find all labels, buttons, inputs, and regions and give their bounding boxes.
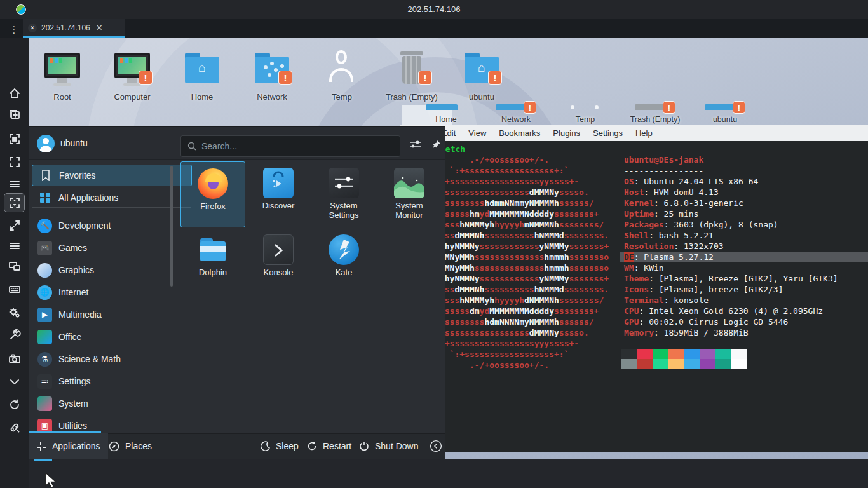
all-apps-icon [37,191,52,205]
search-input[interactable]: Search... [180,135,400,157]
development-icon: 🔨 [37,219,52,233]
menu-plugins[interactable]: Plugins [546,128,587,138]
shutdown-button[interactable]: Shut Down [358,433,418,459]
app-kate[interactable]: Kate [311,228,376,294]
category-graphics[interactable]: Graphics [32,259,192,281]
pin-icon[interactable] [429,137,443,151]
toolbar-separator [3,121,26,121]
neofetch-info-line: CPU: Intel Xeon Gold 6230 (4) @ 2.095GHz [624,306,838,316]
desktop-icon-ubuntu[interactable]: ⌂!ubuntu [451,48,512,102]
connection-tab-icon: ✕ [28,24,37,32]
trash-glyph [400,51,423,55]
desktop-icon-home[interactable]: ⌂Home [172,48,233,102]
fit-window-icon[interactable] [4,130,25,149]
palette-swatch [621,349,637,359]
app-label: Konsole [246,268,311,277]
category-divider [32,207,191,208]
category-all-applications[interactable]: All Applications [32,187,192,208]
neofetch-info: ubuntu@DEs-janak----------------OS: Ubun… [624,154,838,338]
desktop-icon-label: Temp [576,115,595,124]
launcher-header: ubuntu Search... [29,127,445,160]
app-system-monitor[interactable]: SystemMonitor [377,161,442,227]
menu-view[interactable]: View [462,128,492,138]
category-label: Multimedia [58,309,102,320]
user-avatar[interactable] [37,135,55,152]
terminal-color-palette [621,349,747,369]
launcher-active-indicator [34,459,52,461]
fullscreen-icon[interactable] [4,152,25,172]
palette-swatch [715,349,731,359]
app-label: Discover [246,201,311,210]
applications-grid-icon [37,442,46,451]
connection-tab[interactable]: ✕ 202.51.74.106 ✕ [23,19,125,36]
desktop-icon-label: Root [32,92,93,102]
app-discover[interactable]: Discover [246,161,311,227]
warning-badge: ! [524,101,536,114]
category-favorites[interactable]: Favorites [32,165,192,186]
category-system[interactable]: System [32,393,192,414]
sleep-button[interactable]: zSleep [259,433,299,459]
refresh-icon[interactable] [4,395,25,414]
kebab-menu-icon[interactable]: ⋮ [6,23,22,37]
category-label: Development [58,220,111,231]
category-office[interactable]: Office [32,326,192,348]
app-dolphin[interactable]: Dolphin [180,228,245,294]
chevron-down-icon[interactable] [4,372,25,391]
warning-badge: ! [139,71,153,85]
screenshot-icon[interactable] [4,349,25,369]
toolbar-separator [3,252,26,252]
menu-help[interactable]: Help [629,128,659,138]
multi-monitor-icon[interactable] [4,257,25,276]
app-system-settings[interactable]: SystemSettings [311,161,376,227]
new-connection-icon[interactable] [4,105,25,125]
restart-button[interactable]: Restart [306,433,351,459]
disconnect-icon[interactable] [4,418,25,437]
scaled-mode-icon[interactable] [4,193,25,212]
desktop-icon-label: Trash (Empty) [381,92,442,102]
lines-menu-2-icon[interactable] [4,236,25,255]
konsole-window[interactable]: FileEditViewBookmarksPluginsSettingsHelp… [400,125,868,452]
active-tab-indicator [23,36,125,38]
games-icon: 🎮 [37,241,52,255]
resize-window-icon[interactable] [4,216,25,235]
toolbar-separator [3,342,26,342]
app-konsole[interactable]: Konsole [246,228,311,294]
desktop-icon-label: Temp [311,92,372,102]
category-label: Games [58,243,87,253]
leave-chevron-button[interactable] [430,440,442,455]
footer-tab-places[interactable]: Places [101,433,159,459]
home-icon[interactable] [4,84,25,103]
app-label: SystemSettings [311,201,376,220]
palette-swatch [637,349,653,359]
terminal-area[interactable]: ubuntu@DEs-janak:~$ neofetch .-/+oosssso… [400,141,868,452]
category-multimedia[interactable]: ▶Multimedia [32,304,192,325]
category-science-math[interactable]: ⚗Science & Math [32,348,192,370]
category-settings[interactable]: ≕Settings [32,370,192,392]
category-scrollbar[interactable] [170,166,173,287]
desktop-icon-root[interactable]: Root [32,48,93,102]
neofetch-info-line: WM: KWin [624,262,838,273]
search-placeholder: Search... [201,141,237,151]
desktop-icon-trash-empty-[interactable]: !Trash (Empty) [381,48,442,102]
category-games[interactable]: 🎮Games [32,237,192,259]
neofetch-info-line: Shell: bash 5.2.21 [624,230,838,241]
category-label: Favorites [59,170,96,180]
tab-close-icon[interactable]: ✕ [96,23,103,32]
keyboard-icon[interactable] [4,280,25,299]
menu-settings[interactable]: Settings [587,128,629,138]
footer-tab-applications[interactable]: Applications [29,433,108,459]
sleep-icon: z [259,440,271,452]
svg-text:z: z [266,442,268,445]
neofetch-info-line: Host: HVM domU 4.13 [624,187,838,198]
lines-menu-icon[interactable] [4,175,25,194]
category-internet[interactable]: 🌐Internet [32,281,192,303]
app-firefox[interactable]: Firefox [180,161,245,227]
category-development[interactable]: 🔨Development [32,215,192,236]
desktop-icon-network[interactable]: !Network [241,48,302,102]
configure-icon[interactable] [409,137,423,151]
desktop-icon-computer[interactable]: !Computer [102,48,163,102]
menu-bookmarks[interactable]: Bookmarks [492,128,546,138]
preferences-icon[interactable] [4,303,25,322]
desktop-icon-temp[interactable]: Temp [311,48,372,102]
favorites-icon [38,168,53,183]
